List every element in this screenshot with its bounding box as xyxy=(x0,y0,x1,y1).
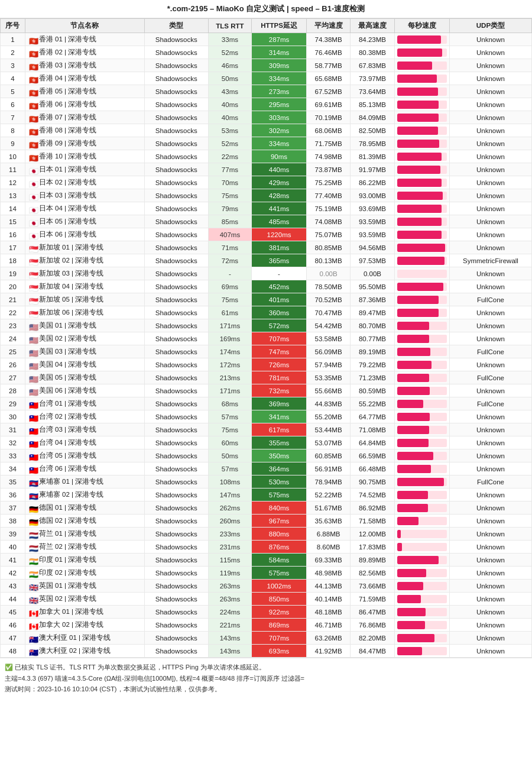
cell-tls: 33ms xyxy=(208,33,251,46)
cell-id: 18 xyxy=(1,254,25,267)
cell-bar xyxy=(394,515,449,528)
cell-tls: 72ms xyxy=(208,254,251,267)
cell-max: 84.47MB xyxy=(351,645,394,658)
cell-id: 3 xyxy=(1,59,25,72)
speed-bar xyxy=(397,166,440,174)
speed-bar xyxy=(397,426,429,434)
cell-udp: Unknown xyxy=(449,85,531,98)
table-row: 30 🇹🇼台湾 02 | 深港专线 Shadowsocks 57ms 341ms… xyxy=(1,410,532,423)
cell-max: 71.08MB xyxy=(351,423,394,436)
cell-https: 287ms xyxy=(252,33,307,46)
cell-https: 428ms xyxy=(252,189,307,202)
cell-https: - xyxy=(252,267,307,280)
flag-icon: 🇮🇳 xyxy=(29,570,37,576)
cell-bar xyxy=(394,384,449,397)
speed-bar xyxy=(397,114,439,122)
cell-avg: 74.38MB xyxy=(306,33,350,46)
cell-name: 🇮🇳印度 02 | 深港专线 xyxy=(25,567,144,580)
cell-avg: 75.07MB xyxy=(306,228,350,241)
cell-type: Shadowsocks xyxy=(144,515,208,528)
table-row: 25 🇺🇸美国 03 | 深港专线 Shadowsocks 174ms 747m… xyxy=(1,345,532,358)
cell-udp: Unknown xyxy=(449,72,531,85)
cell-tls: 224ms xyxy=(208,606,251,619)
cell-bar xyxy=(394,98,449,111)
cell-udp: Unknown xyxy=(449,554,531,567)
cell-udp: Unknown xyxy=(449,46,531,59)
cell-id: 23 xyxy=(1,319,25,332)
speed-bar-container xyxy=(397,192,447,200)
cell-tls: 40ms xyxy=(208,111,251,124)
speed-bar xyxy=(397,413,430,421)
cell-tls: 46ms xyxy=(208,59,251,72)
cell-max: 0.00B xyxy=(351,267,394,280)
cell-name: 🇺🇸美国 01 | 深港专线 xyxy=(25,319,144,332)
cell-avg: 35.63MB xyxy=(306,515,350,528)
cell-bar xyxy=(394,85,449,98)
cell-https: 876ms xyxy=(252,541,307,554)
flag-icon: 🇭🇰 xyxy=(29,128,37,134)
cell-tls: 171ms xyxy=(208,319,251,332)
table-row: 23 🇺🇸美国 01 | 深港专线 Shadowsocks 171ms 572m… xyxy=(1,319,532,332)
cell-tls: 60ms xyxy=(208,436,251,449)
cell-id: 40 xyxy=(1,541,25,554)
speed-bar-container xyxy=(397,179,447,187)
cell-max: 82.50MB xyxy=(351,124,394,137)
cell-bar xyxy=(394,619,449,632)
cell-type: Shadowsocks xyxy=(144,319,208,332)
cell-type: Shadowsocks xyxy=(144,202,208,215)
cell-bar xyxy=(394,345,449,358)
cell-avg: 76.46MB xyxy=(306,46,350,59)
cell-bar xyxy=(394,306,449,319)
cell-bar xyxy=(394,111,449,124)
cell-tls: 221ms xyxy=(208,619,251,632)
cell-https: 1220ms xyxy=(252,228,307,241)
speed-bar xyxy=(397,153,442,161)
cell-type: Shadowsocks xyxy=(144,423,208,436)
cell-max: 73.97MB xyxy=(351,72,394,85)
cell-bar xyxy=(394,632,449,645)
speed-bar xyxy=(397,205,442,213)
cell-bar xyxy=(394,293,449,306)
cell-id: 13 xyxy=(1,189,25,202)
cell-udp: Unknown xyxy=(449,541,531,554)
cell-id: 39 xyxy=(1,528,25,541)
cell-id: 4 xyxy=(1,72,25,85)
cell-avg: 78.50MB xyxy=(306,280,350,293)
cell-max: 17.83MB xyxy=(351,541,394,554)
cell-bar xyxy=(394,332,449,345)
cell-udp: Unknown xyxy=(449,515,531,528)
table-row: 8 🇭🇰香港 08 | 深港专线 Shadowsocks 53ms 302ms … xyxy=(1,124,532,137)
speed-bar xyxy=(397,309,439,317)
cell-bar xyxy=(394,593,449,606)
flag-icon: 🇨🇦 xyxy=(29,609,37,615)
speed-bar xyxy=(397,101,439,109)
flag-icon: 🇭🇰 xyxy=(29,89,37,95)
col-bar: 每秒速度 xyxy=(394,19,449,33)
cell-id: 2 xyxy=(1,46,25,59)
cell-https: 90ms xyxy=(252,150,307,163)
speed-bar-container xyxy=(397,322,447,330)
cell-https: 707ms xyxy=(252,632,307,645)
cell-id: 42 xyxy=(1,567,25,580)
cell-name: 🇬🇧英国 02 | 深港专线 xyxy=(25,593,144,606)
cell-avg: 77.40MB xyxy=(306,189,350,202)
cell-name: 🇭🇰香港 05 | 深港专线 xyxy=(25,85,144,98)
cell-name: 🇨🇦加拿大 02 | 深港专线 xyxy=(25,619,144,632)
cell-id: 43 xyxy=(1,580,25,593)
speed-bar xyxy=(397,348,430,356)
cell-avg: 48.18MB xyxy=(306,606,350,619)
cell-type: Shadowsocks xyxy=(144,580,208,593)
cell-udp: Unknown xyxy=(449,488,531,501)
col-id: 序号 xyxy=(1,19,25,33)
flag-icon: 🇺🇸 xyxy=(29,375,37,381)
flag-icon: 🇬🇧 xyxy=(29,596,37,602)
cell-id: 41 xyxy=(1,554,25,567)
cell-avg: 46.71MB xyxy=(306,619,350,632)
cell-udp: Unknown xyxy=(449,306,531,319)
col-https: HTTPS延迟 xyxy=(252,19,307,33)
cell-avg: 74.08MB xyxy=(306,215,350,228)
speed-bar-container xyxy=(397,465,447,473)
cell-udp: Unknown xyxy=(449,189,531,202)
cell-https: 850ms xyxy=(252,593,307,606)
table-row: 7 🇭🇰香港 07 | 深港专线 Shadowsocks 40ms 303ms … xyxy=(1,111,532,124)
